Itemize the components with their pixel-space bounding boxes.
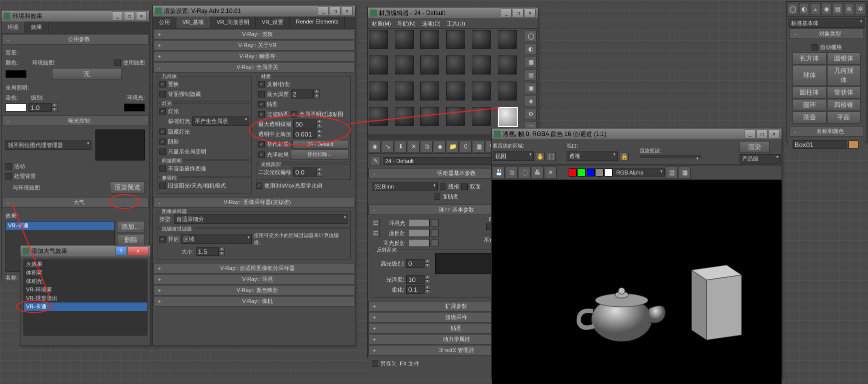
transp-cutoff-input[interactable] bbox=[293, 130, 316, 138]
sampler-type-dropdown[interactable]: 自适应细分 bbox=[174, 214, 348, 224]
mat-slot[interactable] bbox=[369, 56, 388, 74]
object-color-swatch[interactable] bbox=[849, 140, 859, 148]
put-to-lib-icon[interactable]: 📁 bbox=[447, 140, 459, 152]
rs-close-button[interactable]: × bbox=[342, 6, 353, 16]
backlight-icon[interactable]: ◐ bbox=[525, 43, 537, 55]
create-tab-icon[interactable]: ◯ bbox=[788, 3, 798, 15]
channel-dropdown[interactable]: RGB Alpha bbox=[614, 168, 665, 176]
alpha-channel-icon[interactable] bbox=[596, 168, 604, 176]
geosphere-button[interactable]: 几何球体 bbox=[827, 65, 861, 86]
object-name-input[interactable] bbox=[793, 140, 847, 149]
cone-button[interactable]: 圆锥体 bbox=[827, 52, 861, 64]
utility-tab-icon[interactable]: ≋ bbox=[844, 3, 855, 15]
mat-slot[interactable] bbox=[420, 82, 439, 100]
video-check-icon[interactable]: ▣ bbox=[525, 82, 537, 94]
menu-util[interactable]: 工具(U) bbox=[447, 20, 465, 28]
display-tab-icon[interactable]: ▤ bbox=[833, 3, 843, 15]
atmo-item-vollight[interactable]: 体积光 bbox=[24, 277, 147, 286]
diffuse-swatch[interactable] bbox=[409, 229, 430, 237]
md-dn[interactable]: ▼ bbox=[314, 94, 320, 98]
menu-material[interactable]: 材质(M) bbox=[372, 20, 391, 28]
sl-up[interactable]: ▲ bbox=[424, 259, 430, 264]
aa-filter-dropdown[interactable]: 区域 bbox=[181, 234, 252, 244]
tab-render-elements[interactable]: Render Elements bbox=[290, 16, 345, 28]
exposure-rollout[interactable]: -曝光控制 bbox=[2, 116, 148, 126]
rb-up[interactable]: ▲ bbox=[316, 168, 322, 172]
mat-slot[interactable] bbox=[420, 30, 439, 49]
aa-size-input[interactable] bbox=[196, 247, 219, 256]
colormap-rollout[interactable]: +V-Ray:: 颜色映射 bbox=[153, 285, 354, 296]
max-depth-input[interactable] bbox=[291, 90, 314, 98]
level-up[interactable]: ▲ bbox=[51, 103, 57, 108]
primitive-category-dropdown[interactable]: 标准基本体 bbox=[789, 18, 865, 28]
tab-vr-indirect[interactable]: VR_间接照明 bbox=[210, 16, 255, 28]
show-map-icon[interactable]: ▦ bbox=[473, 140, 485, 152]
toggle-ui-icon[interactable]: ▤ bbox=[666, 166, 678, 178]
exposure-dropdown[interactable]: 找不到位图代理管理器 bbox=[5, 140, 91, 150]
glossiness-input[interactable] bbox=[406, 275, 424, 284]
mat-slot[interactable] bbox=[472, 82, 491, 100]
mono-channel-icon[interactable] bbox=[605, 168, 613, 176]
refl-refr-checkbox[interactable] bbox=[258, 81, 265, 88]
red-channel-icon[interactable] bbox=[569, 168, 577, 176]
atmo-item-vrenvfog[interactable]: VR-环境雾 bbox=[24, 286, 147, 294]
lights-checkbox[interactable] bbox=[159, 108, 166, 114]
gl-up[interactable]: ▲ bbox=[424, 275, 430, 280]
mat-slot[interactable] bbox=[395, 82, 414, 100]
framebuf-rollout[interactable]: +V-Ray:: 帧缓存 bbox=[153, 51, 354, 62]
rf-min-button[interactable]: _ bbox=[745, 130, 756, 138]
glossy-checkbox[interactable] bbox=[258, 152, 265, 158]
override-mtl-button[interactable]: 24 - Default bbox=[292, 140, 348, 148]
modify-tab-icon[interactable]: ◐ bbox=[799, 3, 810, 15]
global-sw-rollout[interactable]: -V-Ray:: 全局开关 bbox=[153, 62, 354, 72]
viewport-dropdown[interactable]: 透视 bbox=[567, 152, 618, 161]
level-down[interactable]: ▼ bbox=[51, 108, 57, 112]
use-map-checkbox[interactable] bbox=[114, 60, 121, 66]
mat-slot[interactable] bbox=[498, 82, 517, 100]
copy-image-icon[interactable]: ⧉ bbox=[506, 166, 518, 178]
assign-to-sel-icon[interactable]: ⬇ bbox=[395, 140, 407, 152]
mat-slot[interactable] bbox=[472, 30, 491, 49]
lock-diffuse-icon[interactable]: ⊏ bbox=[372, 229, 380, 237]
cylinder-button[interactable]: 圆柱体 bbox=[793, 86, 827, 98]
rf-close-button[interactable]: × bbox=[769, 130, 780, 138]
mat-slot[interactable] bbox=[369, 30, 388, 49]
mat-id-icon[interactable]: 0 bbox=[460, 140, 472, 152]
atmo-item-volfog[interactable]: 体积雾 bbox=[24, 268, 147, 277]
background-icon[interactable]: ▦ bbox=[525, 56, 537, 68]
face-map-checkbox[interactable] bbox=[434, 194, 440, 200]
specular-swatch[interactable] bbox=[409, 239, 430, 247]
mat-slot[interactable] bbox=[420, 56, 439, 74]
reset-map-icon[interactable]: ✕ bbox=[408, 140, 420, 152]
ambient-swatch[interactable] bbox=[409, 219, 430, 227]
teapot-button[interactable]: 茶壶 bbox=[793, 112, 827, 124]
env-tab[interactable]: 环境 bbox=[1, 22, 25, 33]
mat-slot[interactable] bbox=[395, 107, 414, 126]
me-close-button[interactable]: × bbox=[525, 8, 536, 18]
diffuse-map-button[interactable] bbox=[432, 230, 439, 236]
rb-dn[interactable]: ▼ bbox=[316, 172, 322, 176]
mat-slot[interactable] bbox=[472, 107, 491, 126]
maps-checkbox[interactable] bbox=[258, 101, 265, 108]
make-unique-icon[interactable]: ◆ bbox=[434, 140, 446, 152]
put-to-scene-icon[interactable]: ↘ bbox=[382, 140, 394, 152]
atmo-listbox[interactable]: 火效果 体积雾 体积光 VR-环境雾 VR-球形淡出 VR-卡通 bbox=[23, 260, 147, 336]
mat-slot[interactable] bbox=[369, 82, 388, 100]
auto-region-icon[interactable]: ⬚ bbox=[547, 152, 556, 161]
level-input[interactable] bbox=[28, 103, 51, 112]
blue-channel-icon[interactable] bbox=[587, 168, 595, 176]
sphere-button[interactable]: 球体 bbox=[793, 65, 827, 86]
soften-input[interactable] bbox=[406, 285, 424, 294]
render-area-dropdown[interactable]: 视图 bbox=[493, 152, 534, 161]
md-up[interactable]: ▲ bbox=[314, 90, 320, 94]
minimize-button[interactable]: _ bbox=[112, 12, 123, 20]
tc-dn[interactable]: ▼ bbox=[316, 134, 322, 138]
force-back-checkbox[interactable] bbox=[159, 91, 166, 98]
lock-ambient-icon[interactable]: ⊏ bbox=[372, 219, 380, 227]
override-mtl-checkbox[interactable] bbox=[258, 141, 265, 148]
rs-min-button[interactable]: _ bbox=[318, 6, 329, 16]
specular-map-button[interactable] bbox=[432, 240, 439, 246]
add-effect-button[interactable]: 添加... bbox=[117, 221, 145, 233]
env-map-button[interactable]: 无 bbox=[52, 68, 122, 80]
auto-grid-checkbox[interactable] bbox=[812, 44, 818, 50]
